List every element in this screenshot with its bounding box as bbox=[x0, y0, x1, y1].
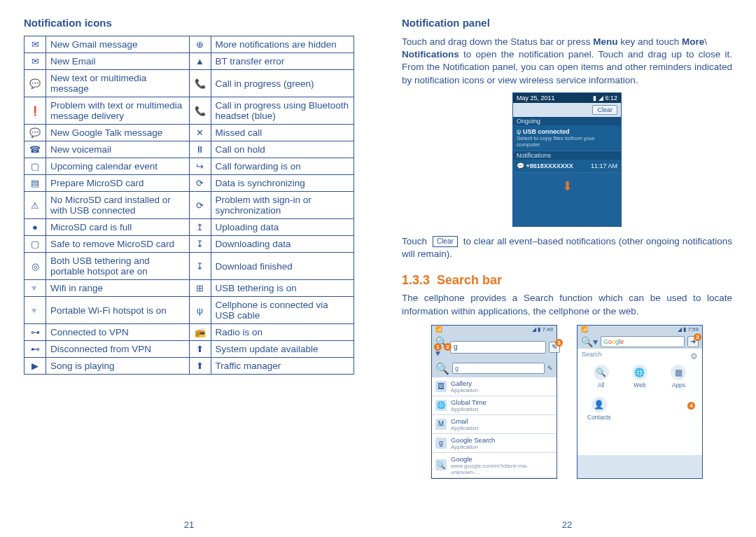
search-label: Search bbox=[578, 349, 702, 358]
icon-description: More notifications are hidden bbox=[211, 36, 354, 53]
list-item[interactable]: 🌐Global TimeApplication bbox=[432, 396, 556, 415]
marker-3: 3 bbox=[694, 333, 701, 341]
icon-description: Uploading data bbox=[211, 219, 354, 236]
icon-description: Problem with sign-in or synchronization bbox=[211, 192, 354, 219]
icon-cell: ⟳ bbox=[189, 192, 211, 219]
icon-cell: ☎ bbox=[24, 141, 46, 158]
signal-icon: 📶 bbox=[581, 326, 588, 333]
icon-description: New Gmail message bbox=[46, 36, 190, 53]
search-input[interactable] bbox=[450, 341, 546, 354]
search-icon[interactable]: 🔍▾ bbox=[581, 336, 598, 347]
icon-description: BT transfer error bbox=[211, 53, 354, 70]
search-categories: 🔍All🌐Web▦Apps bbox=[578, 358, 702, 389]
app-icon: 🔍 bbox=[435, 459, 447, 470]
status-bar: May 25, 2011 ▮ ◢ 6:12 bbox=[513, 93, 621, 103]
notifications-label: Notifications bbox=[513, 151, 621, 160]
google-search-box[interactable]: Google bbox=[601, 336, 685, 347]
icon-description: System update available bbox=[211, 341, 354, 358]
search-bar-heading: 1.3.3Search bar bbox=[402, 273, 732, 288]
icon-cell: ▲ bbox=[189, 53, 211, 70]
right-page: Notification panel Touch and drag down t… bbox=[378, 0, 756, 537]
icon-cell: ✉ bbox=[24, 53, 46, 70]
icon-description: Cellphone is connected via USB cable bbox=[211, 297, 354, 324]
settings-icon[interactable]: ⚙ bbox=[690, 351, 698, 361]
icon-description: Traffic manager bbox=[211, 358, 354, 375]
search-screenshots: 📶 ◢ ▮ 7:49 🔍▾ 1 2 ✎ 3 bbox=[402, 325, 732, 479]
icon-description: Song is playing bbox=[46, 358, 190, 375]
category-icon: 🔍 bbox=[594, 365, 609, 380]
marker-4: 4 bbox=[687, 402, 695, 410]
icon-cell: ↧ bbox=[189, 236, 211, 253]
icon-description: Both USB tethering and portable hotspot … bbox=[46, 253, 190, 280]
category-icon: ▦ bbox=[671, 365, 686, 380]
search-screenshot-1: 📶 ◢ ▮ 7:49 🔍▾ 1 2 ✎ 3 bbox=[431, 325, 557, 479]
notif-panel-paragraph: Touch and drag down the Status bar or pr… bbox=[402, 36, 732, 87]
icon-description: Connected to VPN bbox=[46, 324, 190, 341]
category-item[interactable]: ▦Apps bbox=[671, 365, 686, 389]
ongoing-label: Ongoing bbox=[513, 117, 621, 125]
pencil-icon[interactable]: ✎ bbox=[547, 365, 553, 372]
table-row: ⚠No MicroSD card installed or with USB c… bbox=[24, 192, 354, 219]
search-field-area: 🔍▾ Google ➜ 3 bbox=[578, 333, 702, 349]
app-icon: 🖼 bbox=[435, 381, 447, 392]
magnifier-icon[interactable]: 🔍 bbox=[435, 362, 449, 375]
icon-description: Disconnected from VPN bbox=[46, 341, 190, 358]
category-item[interactable]: 🌐Web bbox=[632, 365, 648, 389]
notification-icons-table: ✉New Gmail message⊕More notifications ar… bbox=[24, 36, 354, 375]
status-bar: 📶 ◢ ▮ 7:49 bbox=[432, 326, 556, 333]
icon-cell: 📞 bbox=[189, 70, 211, 97]
table-row: ☎New voicemail⏸Call on hold bbox=[24, 141, 354, 158]
inline-clear-button[interactable]: Clear bbox=[433, 236, 458, 247]
table-row: ▶Song is playing⬆Traffic manager bbox=[24, 358, 354, 375]
secondary-search-row: 🔍 g ✎ bbox=[432, 360, 556, 377]
signal-icon: 📶 bbox=[435, 326, 442, 333]
icon-cell: ↥ bbox=[189, 219, 211, 236]
icon-description: Wifi in range bbox=[46, 280, 190, 297]
icon-cell: ✕ bbox=[189, 125, 211, 141]
left-heading: Notification icons bbox=[24, 17, 354, 29]
icon-cell: ▢ bbox=[24, 158, 46, 175]
category-contacts[interactable]: 👤 Contacts bbox=[587, 397, 611, 421]
table-row: ᯤPortable Wi-Fi hotspot is onψCellphone … bbox=[24, 297, 354, 324]
list-item[interactable]: 🔍Googlewww.google.com/m?client=ms-unknow… bbox=[432, 453, 556, 478]
search-result-list: 🖼GalleryApplication🌐Global TimeApplicati… bbox=[432, 377, 556, 478]
app-icon: M bbox=[435, 419, 447, 430]
screenshot-drag-area: ⬇ bbox=[513, 173, 621, 226]
icon-cell: ⊶ bbox=[24, 324, 46, 341]
contacts-icon: 👤 bbox=[592, 397, 607, 412]
left-page-number: 21 bbox=[0, 519, 378, 530]
icon-cell: ᯤ bbox=[24, 280, 46, 297]
list-item[interactable]: MGmailApplication bbox=[432, 415, 556, 434]
icon-cell: ⊞ bbox=[189, 280, 211, 297]
category-item[interactable]: 🔍All bbox=[594, 365, 609, 389]
icon-cell: ↪ bbox=[189, 158, 211, 175]
icon-cell: ⏸ bbox=[189, 141, 211, 158]
message-notification-row[interactable]: 💬 +8618XXXXXXX 11:17 AM bbox=[513, 160, 621, 173]
icon-description: Call on hold bbox=[211, 141, 354, 158]
notification-screenshot-wrap: May 25, 2011 ▮ ◢ 6:12 Clear Ongoing ψ US… bbox=[402, 92, 732, 227]
clear-row: Clear bbox=[513, 103, 621, 117]
marker-3: 3 bbox=[555, 339, 563, 347]
search-suggestion[interactable]: g bbox=[452, 363, 545, 374]
left-page: Notification icons ✉New Gmail message⊕Mo… bbox=[0, 0, 378, 537]
usb-connected-row[interactable]: ψ USB connected Select to copy files to/… bbox=[513, 125, 621, 151]
icon-cell: ⬆ bbox=[189, 341, 211, 358]
icon-description: Prepare MicroSD card bbox=[46, 175, 190, 192]
icon-description: Problem with text or multimedia message … bbox=[46, 97, 190, 125]
table-row: ⊷Disconnected from VPN⬆System update ava… bbox=[24, 341, 354, 358]
icon-cell: 📞 bbox=[189, 97, 211, 125]
icon-cell: ⊷ bbox=[24, 341, 46, 358]
icon-description: Download finished bbox=[211, 253, 354, 280]
icon-description: MicroSD card is full bbox=[46, 219, 190, 236]
arrow-down-icon: ⬇ bbox=[562, 179, 573, 194]
icon-description: Call in progress using Bluetooth headset… bbox=[211, 97, 354, 125]
right-page-number: 22 bbox=[378, 519, 756, 530]
table-row: ▢Upcoming calendar event↪Call forwarding… bbox=[24, 158, 354, 175]
list-item[interactable]: 🖼GalleryApplication bbox=[432, 377, 556, 396]
search-field-area: 🔍▾ 1 2 ✎ 3 bbox=[432, 333, 556, 360]
table-row: ●MicroSD card is full↥Uploading data bbox=[24, 219, 354, 236]
app-icon: g bbox=[435, 438, 447, 449]
icon-cell: ⚠ bbox=[24, 192, 46, 219]
list-item[interactable]: gGoogle SearchApplication bbox=[432, 434, 556, 453]
clear-button[interactable]: Clear bbox=[592, 105, 617, 115]
